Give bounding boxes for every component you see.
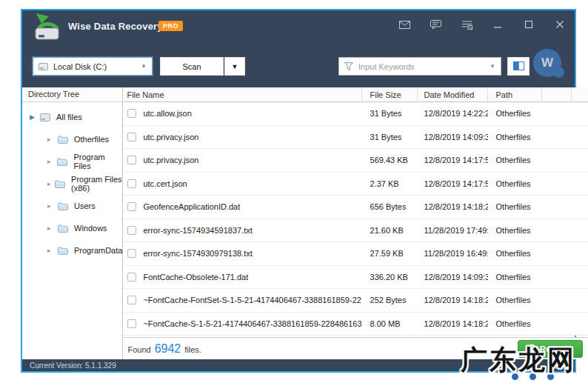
filter-icon (344, 62, 353, 71)
file-name: error-sync-1574930979138.txt (143, 249, 252, 258)
row-checkbox[interactable] (127, 226, 136, 235)
expand-arrow-icon[interactable]: ▶ (30, 113, 40, 121)
tree-item-folder[interactable]: ▸ProgramData (22, 239, 122, 262)
tree-item-folder[interactable]: ▸Program Files (x86) (22, 173, 122, 195)
found-files-status: Found 6942 files. (127, 342, 201, 356)
found-prefix: Found (127, 345, 150, 354)
file-size: 569.43 KB (362, 156, 418, 164)
column-header-blank (572, 87, 588, 101)
row-checkbox[interactable] (127, 179, 136, 188)
table-row[interactable]: utc.privacy.json31 Bytes12/8/2019 14:09:… (123, 126, 588, 150)
table-row[interactable]: utc.allow.json31 Bytes12/8/2019 14:22:29… (123, 102, 588, 126)
expand-arrow-icon[interactable]: ▸ (47, 247, 58, 254)
date-modified: 12/8/2019 14:09:33 (418, 273, 488, 282)
date-modified: 12/8/2019 14:18:25 (418, 296, 488, 304)
row-checkbox[interactable] (127, 319, 136, 328)
folder-icon (58, 247, 68, 255)
row-checkbox[interactable] (127, 109, 136, 118)
drive-selector-value: Local Disk (C:) (53, 62, 107, 71)
tree-item-label: Program Files (73, 153, 122, 170)
row-checkbox[interactable] (127, 156, 136, 164)
row-checkbox[interactable] (127, 273, 136, 282)
row-checkbox[interactable] (127, 202, 136, 211)
avatar-letter: W (541, 56, 553, 70)
account-avatar[interactable]: W (533, 49, 561, 77)
column-header-file-name[interactable]: File Name (123, 87, 361, 101)
split-panel-icon (513, 61, 524, 72)
file-name: utc.privacy.json (143, 133, 198, 141)
undo-arrow-icon (527, 344, 536, 354)
maximize-icon[interactable] (523, 19, 535, 30)
table-row[interactable]: FontCache-Obsolete-171.dat336.20 KB12/8/… (123, 266, 588, 290)
tree-item-label: Users (74, 202, 96, 210)
expand-arrow-icon[interactable]: ▸ (47, 202, 58, 210)
menu-icon[interactable] (461, 19, 472, 30)
file-name: FontCache-Obsolete-171.dat (143, 273, 248, 282)
tree-item-folder[interactable]: ▸Otherfiles (22, 128, 122, 150)
column-header-path[interactable]: Path (488, 87, 542, 101)
expand-arrow-icon[interactable]: ▸ (47, 180, 55, 187)
table-row[interactable]: GeofenceApplicationID.dat656 Bytes12/8/2… (123, 196, 588, 219)
file-path: Otherfiles (488, 273, 542, 282)
row-checkbox[interactable] (127, 296, 136, 304)
tree-item-folder[interactable]: ▸Users (22, 195, 122, 217)
tree-item-all-files[interactable]: ▶ All files (22, 106, 122, 128)
expand-arrow-icon[interactable]: ▸ (47, 158, 57, 165)
recover-button[interactable]: Recover (518, 340, 583, 358)
table-row[interactable]: ~FontCache-S-1-5-21-4174406467-338816185… (123, 313, 588, 336)
date-modified: 12/8/2019 14:18:25 (418, 319, 488, 328)
tree-item-folder[interactable]: ▸Program Files (22, 150, 122, 173)
expand-arrow-icon[interactable]: ▸ (47, 224, 58, 232)
file-name: GeofenceApplicationID.dat (143, 202, 240, 211)
chevron-down-icon: ▼ (141, 63, 147, 70)
tree-item-folder[interactable]: ▸Windows (22, 217, 122, 239)
chevron-down-icon: ▼ (232, 63, 238, 70)
scan-options-button[interactable]: ▼ (224, 57, 245, 76)
file-size: 252 Bytes (362, 296, 418, 304)
table-row[interactable]: utc.privacy.json569.43 KB12/8/2019 14:17… (123, 149, 588, 173)
column-header-file-size[interactable]: File Size (362, 87, 418, 101)
date-modified: 11/28/2019 17:49:51 (418, 226, 488, 235)
file-path: Otherfiles (488, 202, 542, 211)
file-list-panel: File Name File Size Date Modified Path u… (123, 87, 588, 359)
table-row[interactable]: error-sync-1574934591837.txt21.60 KB11/2… (123, 219, 588, 243)
search-input[interactable] (358, 62, 490, 71)
panel-toggle-button[interactable] (507, 57, 529, 76)
app-window: Wise Data Recovery PRO (21, 9, 576, 373)
file-path: Otherfiles (488, 109, 542, 118)
chevron-down-icon: ▼ (490, 63, 495, 70)
watermark-dot (510, 372, 520, 382)
row-checkbox[interactable] (127, 249, 136, 258)
screen: Wise Data Recovery PRO (0, 0, 588, 383)
tree-item-label: ProgramData (74, 246, 122, 255)
disk-icon (40, 113, 50, 121)
row-checkbox[interactable] (127, 133, 136, 141)
feedback-icon[interactable] (430, 19, 441, 30)
search-box[interactable]: ▼ (338, 57, 501, 76)
folder-icon (58, 136, 68, 144)
column-header-date-modified[interactable]: Date Modified (418, 87, 488, 101)
disk-icon (39, 63, 48, 70)
expand-arrow-icon[interactable]: ▸ (47, 136, 58, 143)
file-size: 2.37 KB (362, 179, 418, 188)
watermark-dot (528, 372, 538, 382)
minimize-icon[interactable] (492, 19, 504, 30)
date-modified: 12/8/2019 14:17:50 (418, 156, 488, 164)
date-modified: 11/28/2019 16:49:39 (418, 249, 488, 258)
table-row[interactable]: utc.cert.json2.37 KB12/8/2019 14:17:50Ot… (123, 173, 588, 196)
table-row[interactable]: error-sync-1574930979138.txt27.59 KB11/2… (123, 242, 588, 266)
app-logo-icon (30, 13, 64, 44)
file-path: Otherfiles (488, 156, 542, 164)
file-size: 31 Bytes (362, 109, 418, 118)
directory-tree: ▶ All files ▸Otherfiles▸Program Files▸Pr… (22, 102, 122, 262)
file-path: Otherfiles (488, 249, 542, 258)
drive-selector[interactable]: Local Disk (C:) ▼ (33, 57, 153, 76)
file-table-body: utc.allow.json31 Bytes12/8/2019 14:22:29… (123, 102, 588, 337)
mail-icon[interactable] (398, 19, 410, 30)
table-row[interactable]: ~FontCache-FontSet-S-1-5-21-4174406467-3… (123, 289, 588, 313)
scan-button[interactable]: Scan (160, 57, 224, 76)
file-size: 336.20 KB (362, 273, 418, 282)
folder-icon (55, 180, 65, 188)
title-bar: Wise Data Recovery PRO (22, 10, 575, 87)
close-icon[interactable] (554, 19, 566, 30)
